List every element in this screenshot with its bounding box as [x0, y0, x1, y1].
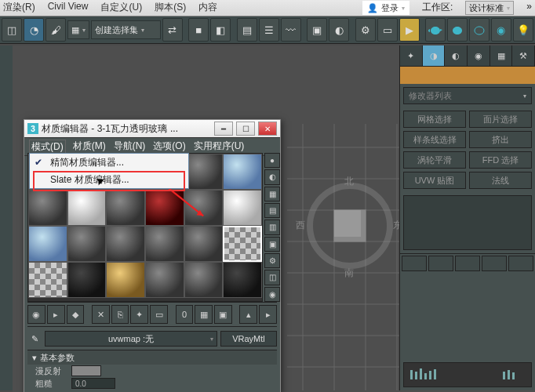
view-cube[interactable]: 北 南 东 西: [307, 183, 393, 269]
me-menu-options[interactable]: 选项(O): [152, 140, 186, 154]
teapot-2-icon[interactable]: [447, 18, 468, 42]
background-icon[interactable]: ▦: [264, 187, 280, 201]
teapot-4-icon[interactable]: ◉: [491, 18, 511, 42]
material-swatch[interactable]: [106, 190, 145, 226]
material-editor-icon[interactable]: ◐: [329, 18, 349, 42]
menu-item-slate-editor[interactable]: Slate 材质编辑器...: [30, 171, 188, 188]
material-swatch[interactable]: [184, 262, 224, 298]
scene-explorer-icon[interactable]: ☰: [259, 18, 279, 42]
stack-btn-3[interactable]: [455, 256, 480, 271]
assign-to-selection-icon[interactable]: ◆: [67, 305, 85, 324]
view-cube-face[interactable]: [333, 209, 366, 242]
maximize-button[interactable]: ☐: [236, 122, 255, 136]
material-swatch[interactable]: [106, 262, 145, 298]
options-icon[interactable]: ⚙: [264, 253, 280, 268]
diffuse-color-swatch[interactable]: [71, 365, 101, 376]
object-color-swatch[interactable]: [400, 67, 535, 84]
tab-create[interactable]: ✦: [400, 45, 423, 66]
chevron-right-icon[interactable]: »: [526, 1, 532, 15]
material-swatch-selected[interactable]: [223, 226, 262, 262]
align-icon[interactable]: ■: [188, 18, 209, 42]
material-swatch[interactable]: [28, 262, 67, 298]
go-sibling-icon[interactable]: ▸: [259, 305, 277, 324]
material-id-icon[interactable]: 0: [176, 305, 194, 324]
go-parent-icon[interactable]: ▴: [239, 305, 257, 324]
workspace-dropdown[interactable]: 设计标准 ▾: [465, 1, 514, 15]
material-swatch[interactable]: [184, 226, 224, 262]
show-end-result-icon[interactable]: ▣: [214, 305, 232, 324]
make-unique-icon[interactable]: ✦: [130, 305, 148, 324]
material-swatch[interactable]: [67, 226, 107, 262]
teapot-1-icon[interactable]: [425, 18, 446, 42]
material-editor-titlebar[interactable]: 3 材质编辑器 - 3-1瓦力透明玻璃 ... ━ ☐ ✕: [24, 120, 280, 137]
tab-display[interactable]: ▦: [490, 45, 513, 66]
btn-ffd-select[interactable]: FFD 选择: [469, 151, 532, 169]
teapot-3-icon[interactable]: [469, 18, 490, 42]
btn-patch-select[interactable]: 面片选择: [469, 111, 532, 128]
login-box[interactable]: 👤 登录 ▾: [362, 1, 409, 15]
show-map-icon[interactable]: ▦: [195, 305, 213, 324]
minimize-button[interactable]: ━: [214, 122, 233, 136]
material-swatch[interactable]: [28, 190, 67, 226]
sample-type-icon[interactable]: ●: [264, 153, 280, 168]
get-material-icon[interactable]: ◉: [27, 305, 45, 324]
tab-motion[interactable]: ◉: [468, 45, 490, 66]
material-swatch[interactable]: [223, 262, 262, 298]
material-swatch[interactable]: [223, 190, 262, 226]
stack-btn-4[interactable]: [482, 256, 507, 271]
toggle-icon[interactable]: ◧: [210, 18, 231, 42]
rollout-header[interactable]: ▾ 基本参数: [27, 350, 277, 365]
filter-dropdown[interactable]: ▦ ▾: [67, 20, 89, 39]
menu-item-compact-editor[interactable]: ✔ 精简材质编辑器...: [30, 154, 188, 171]
render-button[interactable]: ▶: [399, 18, 420, 42]
stack-btn-1[interactable]: [402, 256, 427, 271]
tab-modify[interactable]: ◑: [423, 45, 446, 66]
reset-map-icon[interactable]: ✕: [92, 305, 110, 324]
menu-content[interactable]: 内容: [198, 1, 217, 15]
btn-uvw-map[interactable]: UVW 贴图: [403, 172, 466, 189]
menu-civil-view[interactable]: Civil View: [48, 1, 89, 15]
menu-custom[interactable]: 自定义(U): [100, 1, 142, 15]
schematic-view-icon[interactable]: ▣: [307, 18, 327, 42]
render-frame-icon[interactable]: ▭: [377, 18, 398, 42]
backlight-icon[interactable]: ◐: [264, 169, 280, 184]
lasso-select-icon[interactable]: ◔: [24, 18, 44, 42]
btn-mesh-select[interactable]: 网格选择: [403, 111, 466, 128]
close-button[interactable]: ✕: [258, 122, 277, 136]
stack-btn-5[interactable]: [508, 256, 533, 271]
me-menu-mode[interactable]: 模式(D): [29, 140, 66, 154]
curve-editor-icon[interactable]: 〰: [281, 18, 301, 42]
mirror-icon[interactable]: ⇄: [162, 18, 183, 42]
selection-set-dropdown[interactable]: 创建选择集 ▾: [91, 20, 161, 39]
material-swatch[interactable]: [223, 154, 262, 190]
btn-turbosmooth[interactable]: 涡轮平滑: [403, 151, 466, 169]
tab-hierarchy[interactable]: ◐: [445, 45, 468, 66]
btn-spline-select[interactable]: 样条线选择: [403, 131, 466, 148]
stack-btn-2[interactable]: [428, 256, 453, 271]
unknown-tool-1[interactable]: ◫: [2, 18, 22, 42]
material-swatch[interactable]: [184, 190, 224, 226]
render-setup-icon[interactable]: ⚙: [355, 18, 376, 42]
material-swatch[interactable]: [106, 226, 145, 262]
material-swatch[interactable]: [67, 262, 107, 298]
btn-normal[interactable]: 法线: [469, 172, 532, 189]
tab-utilities[interactable]: ⚒: [512, 45, 535, 66]
lightbulb-icon[interactable]: 💡: [513, 18, 533, 42]
modifier-list-dropdown[interactable]: 修改器列表 ▾: [403, 87, 532, 104]
paint-select-icon[interactable]: 🖌: [45, 18, 66, 42]
me-menu-navigation[interactable]: 导航(N): [113, 140, 147, 154]
menu-script[interactable]: 脚本(S): [155, 1, 186, 15]
sample-uv-icon[interactable]: ▤: [264, 203, 280, 218]
material-swatch[interactable]: [67, 190, 107, 226]
material-map-nav-icon[interactable]: ◉: [264, 287, 280, 302]
me-menu-material[interactable]: 材质(M): [72, 140, 107, 154]
me-menu-utility[interactable]: 实用程序(U): [193, 140, 246, 154]
make-copy-icon[interactable]: ⎘: [111, 305, 129, 324]
menu-render[interactable]: 渲染(R): [3, 1, 35, 15]
modifier-stack-well[interactable]: [403, 195, 532, 250]
make-preview-icon[interactable]: ▣: [264, 237, 280, 252]
select-by-material-icon[interactable]: ◫: [264, 270, 280, 285]
layer-explorer-icon[interactable]: ▤: [237, 18, 257, 42]
btn-extrude[interactable]: 挤出: [469, 131, 532, 148]
put-to-library-icon[interactable]: ▭: [150, 305, 168, 324]
